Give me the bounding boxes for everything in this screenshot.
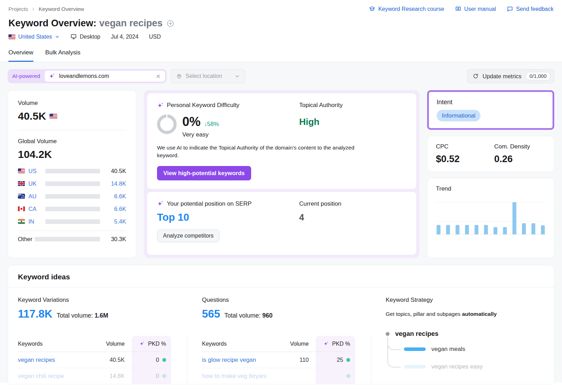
com-density-label: Com. Density bbox=[494, 143, 530, 150]
country-volume-row: US 40.5K bbox=[18, 165, 126, 177]
intent-card: Intent Informational bbox=[427, 90, 554, 130]
country-code[interactable]: AU bbox=[28, 193, 45, 200]
chevron-down-icon bbox=[235, 74, 240, 79]
tab[interactable]: Overview bbox=[8, 47, 33, 62]
page-header: Projects Keyword Overview Keyword Resear… bbox=[0, 0, 562, 62]
page-title: Keyword Overview:vegan recipes bbox=[8, 18, 163, 29]
country-code[interactable]: CA bbox=[28, 206, 45, 212]
pkd-status-dot bbox=[346, 374, 350, 378]
device-indicator: Desktop bbox=[70, 33, 100, 40]
intent-badge[interactable]: Informational bbox=[437, 110, 481, 121]
country-volume-value: 40.5K bbox=[106, 168, 126, 174]
location-pin-icon bbox=[176, 73, 182, 79]
user-manual-link[interactable]: User manual bbox=[455, 6, 496, 12]
keyword-link[interactable]: vegan recipes bbox=[18, 357, 55, 364]
variations-label: Keyword Variations bbox=[18, 297, 171, 304]
cpc-value: $0.52 bbox=[436, 154, 494, 165]
country-volume-row: Other 30.3K bbox=[18, 231, 126, 245]
keyword-strategy-section: Keyword Strategy Get topics, pillar and … bbox=[386, 297, 544, 384]
add-keyword-icon[interactable] bbox=[166, 19, 175, 28]
personal-keyword-difficulty-card: Personal Keyword Difficulty 0% ↓58% Very… bbox=[147, 93, 416, 189]
volume-column-header: Volume bbox=[282, 336, 316, 352]
keyword-row: vegan recipes 40.5K 0 bbox=[18, 352, 171, 368]
country-volume-bar bbox=[45, 169, 100, 173]
view-high-potential-keywords-button[interactable]: View high-potential keywords bbox=[157, 166, 251, 180]
send-feedback-link[interactable]: Send feedback bbox=[507, 6, 554, 12]
monitor-icon bbox=[70, 33, 77, 40]
date-indicator: Jul 4, 2024 bbox=[111, 34, 138, 40]
trend-bar bbox=[475, 225, 478, 234]
pkd-column-header: PKD % bbox=[132, 336, 171, 352]
volume-value: 40.5K bbox=[18, 110, 126, 122]
update-metrics-button[interactable]: Update metrics 0/1,000 bbox=[467, 69, 554, 83]
country-volume-value: 5.4K bbox=[106, 218, 126, 225]
trend-bar bbox=[494, 227, 497, 234]
trend-bar bbox=[465, 225, 469, 234]
page-title-keyword: vegan recipes bbox=[99, 18, 163, 28]
country-selector[interactable]: United States bbox=[8, 34, 60, 40]
ai-sparkle-icon bbox=[49, 73, 55, 79]
clear-search-icon[interactable] bbox=[156, 74, 161, 79]
questions-total-volume: 960 bbox=[262, 312, 273, 319]
strategy-root-keyword[interactable]: vegan recipes bbox=[395, 330, 438, 338]
keyword-pkd: 25 bbox=[337, 357, 343, 363]
analyze-competitors-button[interactable]: Analyze competitors bbox=[157, 230, 220, 242]
ai-search-group: AI-powered bbox=[8, 69, 166, 83]
trend-bar bbox=[503, 227, 507, 234]
location-select[interactable]: Select location bbox=[171, 69, 245, 83]
tree-connector bbox=[387, 337, 401, 367]
pkd-value: 0% bbox=[182, 114, 201, 129]
keyword-row: is glow recipe vegan 110 25 bbox=[202, 352, 355, 368]
country-flag-icon bbox=[18, 206, 25, 211]
country-flag-icon bbox=[18, 219, 25, 224]
trend-label: Trend bbox=[436, 185, 545, 192]
strategy-child-keyword[interactable]: vegan meals bbox=[431, 346, 465, 353]
country-code[interactable]: IN bbox=[28, 218, 45, 225]
breadcrumb-projects[interactable]: Projects bbox=[8, 6, 28, 12]
keyword-link[interactable]: vegan chili recipe bbox=[18, 373, 64, 380]
pkd-level: Very easy bbox=[182, 131, 219, 138]
country-flag-icon bbox=[18, 181, 25, 186]
country-volume-row: CA 6.6K bbox=[18, 202, 126, 215]
country-code[interactable]: Other bbox=[18, 236, 35, 242]
keyword-pkd: 0 bbox=[156, 357, 159, 363]
country-volume-value: 30.3K bbox=[106, 236, 126, 242]
location-placeholder: Select location bbox=[185, 73, 231, 79]
keyword-link[interactable]: is glow recipe vegan bbox=[202, 357, 256, 364]
pkd-status-dot bbox=[162, 358, 166, 362]
search-field[interactable] bbox=[44, 70, 165, 82]
strategy-tree: vegan recipes vegan meals vega bbox=[386, 330, 544, 376]
strategy-child-keyword[interactable]: vegan recipes easy bbox=[431, 363, 483, 370]
variations-count[interactable]: 117.8K bbox=[18, 308, 52, 320]
strategy-child-row: vegan recipes easy bbox=[404, 358, 544, 376]
keyword-ideas-title: Keyword ideas bbox=[8, 265, 554, 287]
questions-table: Keywords Volume PKD % is bbox=[202, 336, 355, 384]
keyword-link[interactable]: how to make veg biryani bbox=[202, 373, 266, 380]
chevron-down-icon bbox=[55, 34, 60, 39]
keywords-column-header: Keywords bbox=[202, 336, 282, 352]
country-volume-value: 6.6K bbox=[106, 193, 126, 200]
us-flag-icon bbox=[8, 34, 15, 39]
questions-count[interactable]: 565 bbox=[202, 308, 220, 320]
us-flag-icon bbox=[50, 114, 57, 119]
refresh-icon bbox=[472, 73, 479, 79]
country-code[interactable]: UK bbox=[28, 180, 45, 187]
keyword-research-course-link[interactable]: Keyword Research course bbox=[369, 6, 444, 12]
country-volume-row: UK 14.8K bbox=[18, 177, 126, 190]
country-volume-list: US 40.5K UK 14.8K AU bbox=[18, 165, 126, 245]
strategy-topic-bar bbox=[404, 347, 426, 351]
keyword-row: how to make veg biryani bbox=[202, 368, 355, 384]
pkd-description: We use AI to indicate the Topical Author… bbox=[157, 144, 359, 160]
trend-bar bbox=[484, 225, 488, 234]
trend-bar bbox=[512, 202, 516, 234]
strategy-child-row: vegan meals bbox=[404, 340, 544, 358]
country-code[interactable]: US bbox=[28, 168, 45, 174]
book-icon bbox=[455, 6, 462, 12]
serp-potential-value: Top 10 bbox=[157, 212, 299, 223]
search-input[interactable] bbox=[58, 73, 152, 80]
trend-chart bbox=[436, 202, 545, 234]
trend-bar bbox=[446, 225, 450, 234]
com-density-value: 0.26 bbox=[494, 154, 530, 165]
serp-title: Your potential position on SERP bbox=[167, 200, 251, 207]
tab[interactable]: Bulk Analysis bbox=[45, 47, 80, 62]
